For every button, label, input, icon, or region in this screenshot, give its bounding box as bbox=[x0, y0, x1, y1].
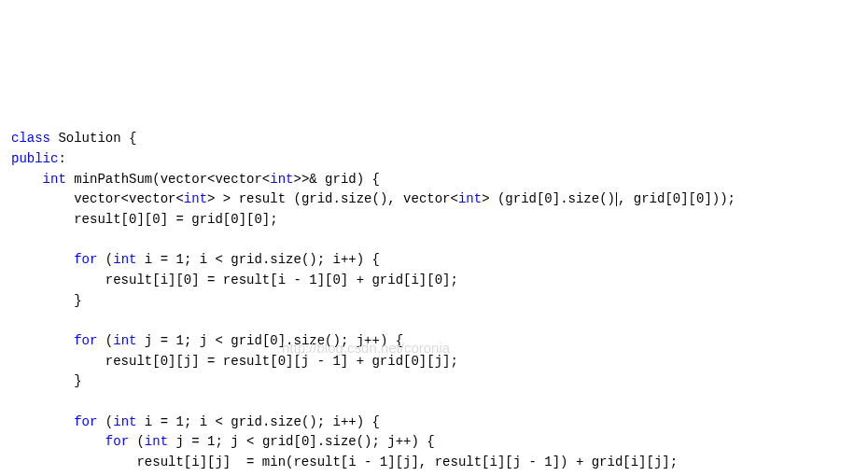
code-line-7: for (int i = 1; i < grid.size(); i++) { bbox=[11, 252, 380, 267]
text: >>& grid) { bbox=[293, 172, 379, 187]
code-line-3: int minPathSum(vector<vector<int>>& grid… bbox=[11, 172, 380, 187]
text: > (grid[ bbox=[482, 191, 544, 206]
text: ])); bbox=[704, 191, 735, 206]
text: ].size() bbox=[553, 191, 615, 206]
keyword-int: int bbox=[270, 172, 293, 187]
text: i = 1; i < grid.size(); i++) { bbox=[136, 252, 379, 267]
code-line-15: for (int i = 1; i < grid.size(); i++) { bbox=[11, 414, 380, 429]
indent bbox=[11, 434, 105, 449]
num: 0 bbox=[673, 191, 680, 206]
text: ( bbox=[97, 252, 113, 267]
code-line-13: } bbox=[11, 373, 82, 388]
text: : bbox=[58, 151, 65, 166]
keyword-int: int bbox=[184, 191, 207, 206]
keyword-class: class bbox=[11, 131, 50, 146]
keyword-for: for bbox=[74, 414, 97, 429]
keyword-int: int bbox=[113, 414, 136, 429]
indent bbox=[11, 333, 74, 348]
keyword-int: int bbox=[113, 252, 136, 267]
text: vector<vector< bbox=[11, 191, 184, 206]
text: ( bbox=[129, 434, 145, 449]
text-cursor bbox=[616, 192, 617, 206]
text: Solution { bbox=[50, 131, 136, 146]
code-line-12: result[0][j] = result[0][j - 1] + grid[0… bbox=[11, 354, 458, 369]
text: minPathSum(vector<vector< bbox=[66, 172, 270, 187]
keyword-int: int bbox=[43, 172, 66, 187]
code-line-2: public: bbox=[11, 151, 66, 166]
num: 0 bbox=[544, 191, 552, 206]
keyword-for: for bbox=[74, 333, 97, 348]
indent bbox=[11, 172, 43, 187]
keyword-public: public bbox=[11, 151, 58, 166]
indent bbox=[11, 414, 74, 429]
code-line-11: for (int j = 1; j < grid[0].size(); j++)… bbox=[11, 333, 403, 348]
text: j = 1; j < grid[0].size(); j++) { bbox=[168, 434, 435, 449]
code-block: http://blog.csdn.net/coronia class Solut… bbox=[11, 89, 857, 476]
code-line-8: result[i][0] = result[i - 1][0] + grid[i… bbox=[11, 273, 458, 287]
code-line-17: result[i][j] = min(result[i - 1][j], res… bbox=[11, 455, 678, 469]
text: i = 1; i < grid.size(); i++) { bbox=[136, 414, 379, 429]
text: ][ bbox=[680, 191, 696, 206]
code-line-16: for (int j = 1; j < grid[0].size(); j++)… bbox=[11, 434, 435, 449]
text: , grid[ bbox=[618, 191, 673, 206]
code-line-4: vector<vector<int> > result (grid.size()… bbox=[11, 191, 735, 206]
code-line-1: class Solution { bbox=[11, 131, 136, 146]
text: ( bbox=[97, 333, 113, 348]
text: ( bbox=[97, 414, 113, 429]
keyword-for: for bbox=[105, 434, 129, 449]
keyword-int: int bbox=[145, 434, 168, 449]
indent bbox=[11, 252, 74, 267]
code-line-5: result[0][0] = grid[0][0]; bbox=[11, 212, 278, 227]
text: j = 1; j < grid[0].size(); j++) { bbox=[136, 333, 403, 348]
keyword-for: for bbox=[74, 252, 97, 267]
text: > > result (grid.size(), vector< bbox=[207, 191, 458, 206]
keyword-int: int bbox=[458, 191, 482, 206]
code-line-9: } bbox=[11, 293, 82, 308]
keyword-int: int bbox=[113, 333, 136, 348]
